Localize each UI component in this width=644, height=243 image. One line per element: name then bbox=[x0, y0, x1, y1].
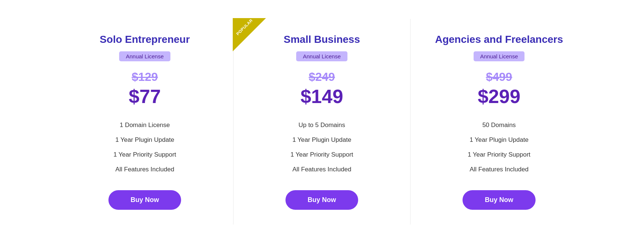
features-list-solo: 1 Domain License1 Year Plugin Update1 Ye… bbox=[75, 118, 215, 177]
license-badge-small-business: Annual License bbox=[296, 51, 347, 61]
card-title-small-business: Small Business bbox=[284, 34, 360, 45]
sale-price-solo: $77 bbox=[129, 85, 161, 107]
card-title-agencies: Agencies and Freelancers bbox=[435, 34, 563, 45]
pricing-card-agencies: Agencies and Freelancers Annual License … bbox=[411, 19, 588, 225]
license-badge-solo: Annual License bbox=[119, 51, 170, 61]
feature-item: 1 Domain License bbox=[75, 118, 215, 133]
popular-badge: POPULAR bbox=[233, 18, 266, 51]
pricing-card-small-business: POPULAR Small Business Annual License $2… bbox=[233, 19, 411, 225]
feature-item: 1 Year Plugin Update bbox=[429, 133, 569, 147]
feature-item: 1 Year Priority Support bbox=[429, 147, 569, 162]
original-price-solo: $129 bbox=[132, 70, 158, 84]
license-badge-agencies: Annual License bbox=[474, 51, 525, 61]
feature-item: 1 Year Priority Support bbox=[75, 147, 215, 162]
feature-item: 50 Domains bbox=[429, 118, 569, 133]
popular-badge-text: POPULAR bbox=[233, 18, 257, 40]
original-price-agencies: $499 bbox=[486, 70, 512, 84]
original-price-small-business: $249 bbox=[309, 70, 335, 84]
pricing-card-solo: Solo Entrepreneur Annual License $129 $7… bbox=[56, 19, 233, 225]
feature-item: All Features Included bbox=[75, 162, 215, 177]
features-list-agencies: 50 Domains1 Year Plugin Update1 Year Pri… bbox=[429, 118, 569, 177]
buy-button-agencies[interactable]: Buy Now bbox=[463, 190, 535, 210]
feature-item: Up to 5 Domains bbox=[252, 118, 392, 133]
buy-button-solo[interactable]: Buy Now bbox=[108, 190, 181, 210]
buy-button-small-business[interactable]: Buy Now bbox=[285, 190, 358, 210]
sale-price-small-business: $149 bbox=[301, 85, 343, 107]
feature-item: All Features Included bbox=[429, 162, 569, 177]
feature-item: All Features Included bbox=[252, 162, 392, 177]
feature-item: 1 Year Priority Support bbox=[252, 147, 392, 162]
feature-item: 1 Year Plugin Update bbox=[252, 133, 392, 147]
card-title-solo: Solo Entrepreneur bbox=[100, 34, 190, 45]
pricing-container: Solo Entrepreneur Annual License $129 $7… bbox=[27, 4, 617, 239]
sale-price-agencies: $299 bbox=[478, 85, 520, 107]
feature-item: 1 Year Plugin Update bbox=[75, 133, 215, 147]
features-list-small-business: Up to 5 Domains1 Year Plugin Update1 Yea… bbox=[252, 118, 392, 177]
